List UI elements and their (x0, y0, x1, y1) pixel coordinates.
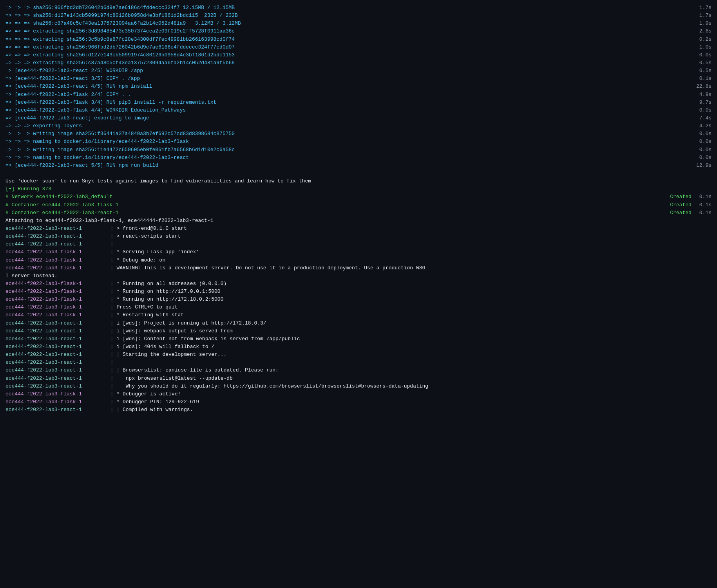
terminal-line: ece444-f2022-lab3-react-1 | (5, 240, 712, 248)
terminal-line: # Container ece444-f2022-lab3-react-1 Cr… (5, 209, 712, 217)
terminal-line: ece444-f2022-lab3-react-1 | i [wds]: web… (5, 327, 712, 335)
terminal-line: ece444-f2022-lab3-flask-1 | Press CTRL+C… (5, 303, 712, 311)
terminal-line: => [ece444-f2022-lab3-flask 4/4] WORKDIR… (5, 106, 712, 114)
terminal-line: => [ece444-f2022-lab3-react 5/5] RUN npm… (5, 162, 712, 170)
terminal-line: ece444-f2022-lab3-flask-1 | * Debug mode… (5, 256, 712, 264)
terminal-line: ece444-f2022-lab3-flask-1 | * Running on… (5, 288, 712, 296)
terminal-line: ece444-f2022-lab3-flask-1 | * Debugger i… (5, 390, 712, 398)
terminal-line: ece444-f2022-lab3-flask-1 | * Debugger P… (5, 398, 712, 406)
terminal-line: => => => naming to docker.io/library/ece… (5, 154, 712, 162)
terminal-line: => => => writing image sha256:f36441a37a… (5, 130, 712, 138)
terminal-line: => [ece444-f2022-lab3-react] exporting t… (5, 114, 712, 122)
terminal-line: => [ece444-f2022-lab3-react 3/5] COPY . … (5, 75, 712, 83)
terminal-line: => => => naming to docker.io/library/ece… (5, 138, 712, 146)
terminal-line: ece444-f2022-lab3-flask-1 | * Serving Fl… (5, 248, 712, 256)
terminal-line: => [ece444-f2022-lab3-flask 3/4] RUN pip… (5, 99, 712, 106)
terminal-line: => => => extracting sha256:d127e143cb509… (5, 51, 712, 59)
terminal-line: ece444-f2022-lab3-react-1 | > react-scri… (5, 233, 712, 240)
terminal-line: ece444-f2022-lab3-react-1 | i [wds]: Con… (5, 335, 712, 343)
terminal-line: Use 'docker scan' to run Snyk tests agai… (5, 177, 712, 185)
terminal-line: => => => sha256:c87a48c5cf43ea1375723094… (5, 20, 712, 27)
terminal-line: => => => extracting sha256:c87a48c5cf43e… (5, 59, 712, 67)
terminal-line: ece444-f2022-lab3-react-1 | | Starting t… (5, 351, 712, 359)
terminal-line: => => => sha256:d127e143cb50991974c80126… (5, 12, 712, 20)
terminal-line: ece444-f2022-lab3-flask-1 | WARNING: Thi… (5, 264, 712, 272)
terminal-line: ece444-f2022-lab3-react-1 | | Browsersli… (5, 366, 712, 374)
terminal-line: ece444-f2022-lab3-react-1 | npx browsers… (5, 375, 712, 382)
terminal-line: [+] Running 3/3 (5, 185, 712, 193)
terminal-line: ece444-f2022-lab3-flask-1 | * Restarting… (5, 311, 712, 319)
terminal-line: # Network ece444-f2022-lab3_default Crea… (5, 193, 712, 201)
terminal-line: => => => sha256:966fbd2db726042b6d9e7ae6… (5, 4, 712, 12)
terminal-line: => [ece444-f2022-lab3-react 4/5] RUN npm… (5, 83, 712, 90)
terminal-line: I server instead. (5, 272, 712, 280)
terminal-output: => => => sha256:966fbd2db726042b6d9e7ae6… (0, 0, 717, 418)
terminal-line: => => => writing image sha256:11e4472c65… (5, 146, 712, 154)
terminal-line: => [ece444-f2022-lab3-flask 2/4] COPY . … (5, 91, 712, 99)
terminal-line: ece444-f2022-lab3-flask-1 | * Running on… (5, 280, 712, 288)
terminal-line: => => => extracting sha256:966fbd2db7260… (5, 43, 712, 51)
terminal-line (5, 170, 712, 177)
terminal-line: => [ece444-f2022-lab3-react 2/5] WORKDIR… (5, 67, 712, 75)
terminal-line: # Container ece444-f2022-lab3-flask-1 Cr… (5, 201, 712, 209)
terminal-line: ece444-f2022-lab3-react-1 | (5, 359, 712, 366)
terminal-line: ece444-f2022-lab3-react-1 | i [wds]: Pro… (5, 319, 712, 327)
terminal-line: => => => exporting layers4.2s (5, 122, 712, 130)
terminal-line: => => => extracting sha256:3d898485473e3… (5, 27, 712, 35)
terminal-line: ece444-f2022-lab3-react-1 | Why you shou… (5, 382, 712, 390)
terminal-line: => => => extracting sha256:3c5b9c8e87fc2… (5, 36, 712, 43)
terminal-line: ece444-f2022-lab3-react-1 | i [wds]: 404… (5, 343, 712, 351)
terminal-line: Attaching to ece444-f2022-lab3-flask-1, … (5, 217, 712, 225)
terminal-line: ece444-f2022-lab3-flask-1 | * Running on… (5, 296, 712, 303)
terminal-line: ece444-f2022-lab3-react-1 | > front-end@… (5, 225, 712, 233)
terminal-line: ece444-f2022-lab3-react-1 | | Compiled w… (5, 406, 712, 414)
